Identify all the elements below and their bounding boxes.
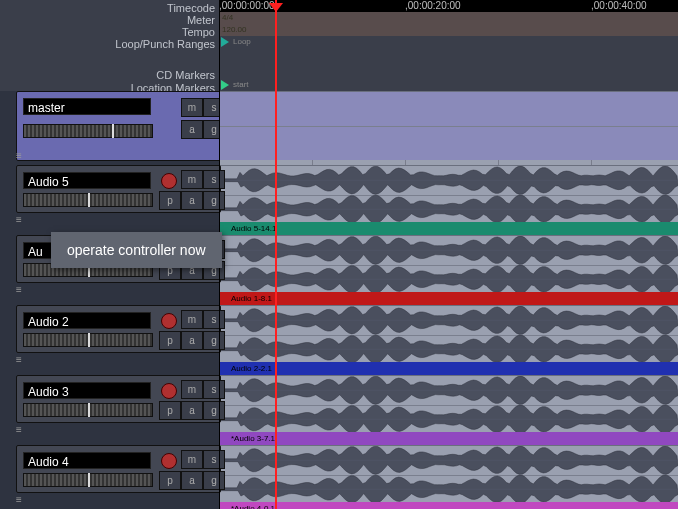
record-arm-button[interactable]	[161, 383, 177, 399]
timecode-tick: ,00:00:20:00	[405, 0, 461, 11]
ruler-label-loop: Loop/Punch Ranges	[115, 38, 215, 50]
audio-region[interactable]	[219, 445, 678, 503]
region-title-bar[interactable]: *Audio 4-0.1	[219, 502, 678, 509]
region-title-bar[interactable]: Audio 5-14.1	[219, 222, 678, 235]
track-header[interactable]: Audio 2 m s p a g	[16, 305, 221, 353]
mute-button[interactable]: m	[181, 450, 203, 469]
playlist-button[interactable]: p	[159, 471, 181, 490]
region-title-bar[interactable]: *Audio 3-7.1	[219, 432, 678, 445]
track-resize-handle[interactable]: ≡	[16, 284, 30, 292]
ruler-label-tempo: Tempo	[182, 26, 215, 38]
tempo-ruler[interactable]: 120.00	[219, 24, 678, 36]
solo-button[interactable]: s	[203, 380, 225, 399]
track-lane[interactable]: Audio 2-2.1	[219, 305, 678, 375]
region-title-bar[interactable]: Audio 1-8.1	[219, 292, 678, 305]
track-header[interactable]: Audio 4 m s p a g	[16, 445, 221, 493]
location-flag-icon[interactable]	[221, 80, 229, 90]
timeline-canvas[interactable]: Audio 5-14.1 Audio 1-8.1 Audio 2-2.1 *Au…	[219, 91, 678, 509]
audio-region[interactable]	[219, 235, 678, 293]
meter-ruler[interactable]: 4/4	[219, 12, 678, 24]
audio-region[interactable]	[219, 305, 678, 363]
automation-button[interactable]: a	[181, 401, 203, 420]
solo-button[interactable]: s	[203, 450, 225, 469]
record-arm-button[interactable]	[161, 453, 177, 469]
track-name-input[interactable]: Audio 3	[23, 382, 151, 399]
track-resize-handle[interactable]: ≡	[16, 354, 30, 362]
audio-region[interactable]	[219, 375, 678, 433]
cd-marker-ruler[interactable]	[219, 52, 678, 68]
fader-handle[interactable]	[88, 193, 90, 207]
track-resize-handle[interactable]: ≡	[16, 424, 30, 432]
track-fader[interactable]	[23, 403, 153, 417]
track-resize-handle[interactable]: ≡	[16, 494, 30, 502]
group-button[interactable]: g	[203, 331, 225, 350]
solo-button[interactable]: s	[203, 170, 225, 189]
track-fader[interactable]	[23, 473, 153, 487]
region-title-bar[interactable]: Audio 2-2.1	[219, 362, 678, 375]
automation-button[interactable]: a	[181, 120, 203, 139]
track-lane[interactable]: *Audio 4-0.1	[219, 445, 678, 509]
fader-handle[interactable]	[112, 124, 114, 138]
track-resize-handle[interactable]: ≡	[16, 214, 30, 222]
track-resize-handle[interactable]: ≡	[16, 150, 30, 158]
ruler-label-timecode: Timecode	[167, 2, 215, 14]
track-header-master[interactable]: master m s a g	[16, 91, 221, 161]
track-fader[interactable]	[23, 333, 153, 347]
timecode-ruler[interactable]: ,00:00:00:00 ,00:00:20:00 ,00:00:40:00	[219, 0, 678, 12]
playhead[interactable]	[275, 0, 277, 509]
location-flag-label: start	[233, 80, 249, 89]
track-name-input[interactable]: master	[23, 98, 151, 115]
automation-button[interactable]: a	[181, 191, 203, 210]
audio-region[interactable]	[219, 165, 678, 223]
track-fader[interactable]	[23, 193, 153, 207]
timecode-tick: ,00:00:40:00	[591, 0, 647, 11]
tempo-value: 120.00	[222, 25, 246, 34]
mute-button[interactable]: m	[181, 98, 203, 117]
ruler-labels: Timecode Meter Tempo Loop/Punch Ranges C…	[0, 0, 219, 91]
track-fader[interactable]	[23, 124, 153, 138]
master-lane[interactable]	[219, 91, 678, 160]
track-header[interactable]: Audio 5 m s p a g	[16, 165, 221, 213]
tooltip: operate controller now	[51, 232, 222, 268]
playhead-marker-icon[interactable]	[269, 3, 283, 12]
group-button[interactable]: g	[203, 471, 225, 490]
ruler-label-cd: CD Markers	[156, 69, 215, 81]
solo-button[interactable]: s	[203, 310, 225, 329]
mute-button[interactable]: m	[181, 170, 203, 189]
location-ruler[interactable]: start	[219, 79, 678, 91]
track-lane[interactable]: Audio 1-8.1	[219, 235, 678, 305]
automation-button[interactable]: a	[181, 471, 203, 490]
ruler-area: Timecode Meter Tempo Loop/Punch Ranges C…	[0, 0, 678, 91]
ruler-label-meter: Meter	[187, 14, 215, 26]
automation-button[interactable]: a	[181, 331, 203, 350]
track-lane[interactable]: *Audio 3-7.1	[219, 375, 678, 445]
fader-handle[interactable]	[88, 333, 90, 347]
loop-ruler[interactable]: Loop	[219, 36, 678, 52]
fader-handle[interactable]	[88, 403, 90, 417]
track-name-input[interactable]: Audio 5	[23, 172, 151, 189]
timecode-tick: ,00:00:00:00	[219, 0, 275, 11]
mute-button[interactable]: m	[181, 310, 203, 329]
playlist-button[interactable]: p	[159, 401, 181, 420]
track-name-input[interactable]: Audio 4	[23, 452, 151, 469]
track-name-input[interactable]: Audio 2	[23, 312, 151, 329]
loop-flag-label: Loop	[233, 37, 251, 46]
record-arm-button[interactable]	[161, 173, 177, 189]
fader-handle[interactable]	[88, 473, 90, 487]
ruler-body[interactable]: ,00:00:00:00 ,00:00:20:00 ,00:00:40:00 4…	[219, 0, 678, 91]
group-button[interactable]: g	[203, 191, 225, 210]
track-header[interactable]: Audio 3 m s p a g	[16, 375, 221, 423]
mute-button[interactable]: m	[181, 380, 203, 399]
group-button[interactable]: g	[203, 401, 225, 420]
track-lane[interactable]: Audio 5-14.1	[219, 165, 678, 235]
loop-flag-icon[interactable]	[221, 37, 229, 47]
meter-value: 4/4	[222, 13, 233, 22]
record-arm-button[interactable]	[161, 313, 177, 329]
playlist-button[interactable]: p	[159, 331, 181, 350]
playlist-button[interactable]: p	[159, 191, 181, 210]
